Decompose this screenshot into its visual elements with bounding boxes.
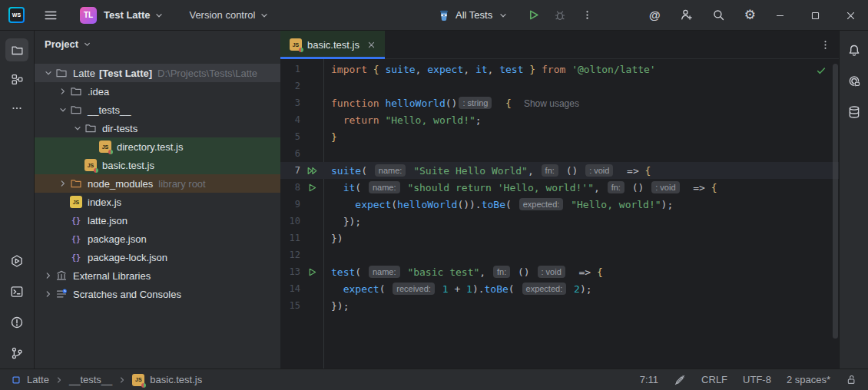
code-token: } [524, 64, 536, 75]
editor-body[interactable]: 1import { suite, expect, it, test } from… [280, 59, 839, 369]
code-line[interactable]: 13test( name: "basic test", fn: () : voi… [280, 263, 839, 280]
tree-item[interactable]: dir-tests [35, 119, 280, 137]
code-line[interactable]: 1import { suite, expect, it, test } from… [280, 61, 839, 78]
ai-assistant-icon[interactable] [649, 8, 661, 21]
tree-item[interactable]: Scratches and Consoles [35, 285, 280, 303]
run-test-icon[interactable] [300, 183, 323, 193]
tree-item[interactable]: directory.test.js [35, 137, 280, 156]
problems-icon [10, 316, 24, 329]
code-line[interactable]: 7suite( name: "Suite Hello World", fn: (… [280, 162, 839, 179]
more-actions-icon[interactable] [581, 9, 593, 21]
line-number: 4 [280, 114, 300, 125]
code-line[interactable]: 2 [280, 78, 839, 94]
minimize-button[interactable] [762, 0, 797, 31]
tree-item-label: node_modules [88, 178, 153, 190]
unlocked-icon[interactable] [846, 374, 857, 385]
breadcrumb-item[interactable]: Latte [27, 374, 49, 385]
run-button[interactable] [527, 8, 540, 21]
search-everywhere-icon[interactable] [712, 8, 725, 21]
project-avatar[interactable]: TL [80, 7, 97, 24]
tree-item[interactable]: External Libraries [35, 266, 280, 285]
close-button[interactable] [833, 0, 868, 31]
problems-tool-button[interactable] [0, 307, 35, 338]
code-line[interactable]: 15}); [280, 297, 839, 314]
run-configuration-select[interactable]: All Tests [438, 9, 509, 21]
main-menu-icon[interactable] [44, 8, 58, 22]
code-line[interactable]: 3function helloWorld(): string {Show usa… [280, 94, 839, 111]
code-token: }); [331, 216, 361, 227]
settings-icon[interactable] [744, 8, 756, 21]
debug-button[interactable] [554, 9, 566, 21]
code-token: suite [385, 64, 415, 75]
project-tool-button[interactable] [0, 35, 35, 65]
vcs-widget[interactable]: Version control [189, 9, 270, 21]
scratch-icon [55, 288, 68, 300]
terminal-tool-button[interactable] [0, 276, 35, 307]
project-widget[interactable]: Test Latte [97, 9, 164, 21]
code-token: from [535, 64, 571, 75]
chevron-down-icon[interactable] [41, 68, 55, 78]
tree-item[interactable]: basic.test.js [35, 156, 280, 174]
code-line[interactable]: 10 }); [280, 213, 839, 230]
database-button[interactable] [840, 97, 868, 127]
highlighting-level-icon[interactable] [674, 374, 686, 386]
webstorm-logo-icon[interactable]: WS [8, 7, 25, 23]
code-line[interactable]: 12 [280, 246, 839, 263]
close-tab-icon[interactable] [367, 41, 376, 49]
more-tool-windows-button[interactable] [0, 94, 35, 122]
code-with-me-icon[interactable] [680, 8, 693, 21]
tab-options-icon[interactable] [820, 39, 831, 51]
code-vision-hint[interactable]: Show usages [524, 98, 579, 109]
code-line[interactable]: 14 expect( received: 1 + 1).toBe( expect… [280, 280, 839, 297]
code-line[interactable]: 8 it( name: "should return 'Hello, world… [280, 179, 839, 196]
code-token: { [711, 182, 717, 193]
tree-item[interactable]: __tests__ [35, 101, 280, 119]
tree-item[interactable]: package-lock.json [35, 248, 280, 266]
run-all-tests-icon[interactable] [300, 166, 323, 176]
chevron-down-icon[interactable] [70, 123, 84, 134]
ai-chat-button[interactable] [840, 66, 868, 97]
tree-item[interactable]: index.js [35, 193, 280, 211]
breadcrumbs: Latte __tests__ basic.test.js [11, 374, 202, 386]
run-tool-button[interactable] [0, 246, 35, 276]
tree-item[interactable]: latte.json [35, 211, 280, 230]
run-test-icon[interactable] [300, 267, 323, 277]
code-line[interactable]: 9 expect(helloWorld()).toBe( expected: "… [280, 196, 839, 213]
chevron-right-icon[interactable] [41, 289, 55, 299]
line-number: 14 [280, 283, 300, 294]
code-line[interactable]: 6 [280, 145, 839, 162]
git-tool-button[interactable] [0, 338, 35, 369]
line-number: 13 [280, 266, 300, 277]
code-token: helloWorld [397, 199, 457, 210]
indent-widget[interactable]: 2 spaces* [787, 374, 830, 385]
chevron-right-icon[interactable] [41, 270, 55, 281]
editor-scrollbar[interactable] [833, 64, 838, 339]
editor-tab[interactable]: basic.test.js [280, 31, 385, 59]
code-token: function [331, 98, 385, 109]
structure-tool-button[interactable] [0, 65, 35, 94]
chevron-right-icon[interactable] [55, 86, 70, 97]
code-line[interactable]: 5} [280, 128, 839, 145]
breadcrumb-item[interactable]: __tests__ [69, 374, 112, 385]
tree-item[interactable]: node_moduleslibrary root [35, 174, 280, 193]
line-number: 11 [280, 233, 300, 243]
inspections-ok-icon[interactable] [816, 65, 827, 76]
code-text: }); [323, 300, 349, 312]
tree-item-label: External Libraries [73, 270, 151, 282]
project-panel-header[interactable]: Project [35, 31, 280, 57]
caret-position-widget[interactable]: 7:11 [640, 374, 658, 385]
encoding-widget[interactable]: UTF-8 [743, 374, 771, 385]
tree-item[interactable]: Latte[Test Latte]D:\Projects\Tests\Latte [35, 64, 280, 82]
maximize-button[interactable] [797, 0, 833, 31]
tree-item[interactable]: package.json [35, 230, 280, 248]
code-token: { [597, 266, 603, 278]
breadcrumb-item[interactable]: basic.test.js [150, 374, 202, 385]
chevron-down-icon[interactable] [55, 104, 70, 115]
tree-item-label: __tests__ [88, 104, 131, 116]
code-line[interactable]: 11}) [280, 230, 839, 246]
line-separator-widget[interactable]: CRLF [701, 374, 727, 385]
chevron-right-icon[interactable] [55, 178, 70, 189]
code-line[interactable]: 4 return "Hello, world!"; [280, 111, 839, 128]
notifications-button[interactable] [840, 35, 868, 66]
tree-item[interactable]: .idea [35, 82, 280, 101]
